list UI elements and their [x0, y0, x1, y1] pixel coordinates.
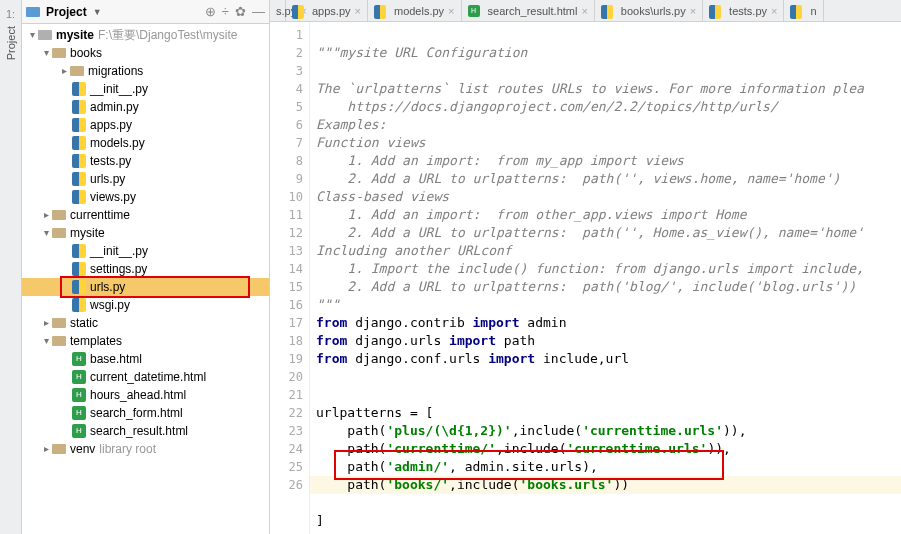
folder-icon [52, 318, 66, 328]
folder-icon [38, 30, 52, 40]
tree-file[interactable]: Hcurrent_datetime.html [22, 368, 269, 386]
python-file-icon [72, 262, 86, 276]
rail-number: 1: [6, 8, 15, 20]
html-file-icon: H [72, 424, 86, 438]
tree-file[interactable]: tests.py [22, 152, 269, 170]
html-file-icon: H [72, 352, 86, 366]
tree-file[interactable]: models.py [22, 134, 269, 152]
python-file-icon [72, 154, 86, 168]
tree-file[interactable]: settings.py [22, 260, 269, 278]
python-file-icon [72, 82, 86, 96]
tree-file-urls-selected[interactable]: urls.py [22, 278, 269, 296]
python-file-icon [790, 5, 802, 17]
html-file-icon: H [72, 370, 86, 384]
code-editor[interactable]: """mysite URL Configuration The `urlpatt… [310, 22, 901, 534]
folder-icon [52, 444, 66, 454]
close-icon[interactable]: × [690, 5, 696, 17]
project-panel: Project ▼ ⊕ ÷ ✿ — ▾mysiteF:\重要\DjangoTes… [22, 0, 270, 534]
project-panel-header: Project ▼ ⊕ ÷ ✿ — [22, 0, 269, 24]
tool-window-rail[interactable]: 1: Project [0, 0, 22, 534]
folder-icon [52, 210, 66, 220]
tree-file[interactable]: wsgi.py [22, 296, 269, 314]
python-file-icon [709, 5, 721, 17]
folder-icon [52, 336, 66, 346]
folder-icon [52, 228, 66, 238]
python-file-icon [72, 118, 86, 132]
tree-file[interactable]: Hsearch_form.html [22, 404, 269, 422]
python-file-icon [601, 5, 613, 17]
python-file-icon [72, 298, 86, 312]
annotation-highlight-box [334, 450, 724, 480]
tab-tests[interactable]: tests.py× [703, 0, 784, 21]
html-file-icon: H [72, 388, 86, 402]
tab-search-result[interactable]: Hsearch_result.html× [462, 0, 595, 21]
python-file-icon [72, 136, 86, 150]
tree-folder-currenttime[interactable]: ▸currenttime [22, 206, 269, 224]
project-icon [26, 7, 40, 17]
html-file-icon: H [468, 5, 480, 17]
folder-icon [70, 66, 84, 76]
tree-root[interactable]: ▾mysiteF:\重要\DjangoTest\mysite [22, 26, 269, 44]
project-panel-title[interactable]: Project [46, 5, 87, 19]
tab-models[interactable]: models.py× [368, 0, 462, 21]
tab-apps[interactable]: apps.py× [286, 0, 368, 21]
python-file-icon [72, 172, 86, 186]
tree-file[interactable]: __init__.py [22, 242, 269, 260]
tree-folder-migrations[interactable]: ▸migrations [22, 62, 269, 80]
tree-folder-mysite[interactable]: ▾mysite [22, 224, 269, 242]
tree-file[interactable]: apps.py [22, 116, 269, 134]
tree-file[interactable]: Hhours_ahead.html [22, 386, 269, 404]
editor-area: s.py× apps.py× models.py× Hsearch_result… [270, 0, 901, 534]
locate-icon[interactable]: ⊕ [205, 4, 216, 19]
tree-file[interactable]: Hsearch_result.html [22, 422, 269, 440]
close-icon[interactable]: × [581, 5, 587, 17]
tree-file[interactable]: __init__.py [22, 80, 269, 98]
folder-icon [52, 48, 66, 58]
chevron-down-icon[interactable]: ▼ [93, 7, 102, 17]
project-tree[interactable]: ▾mysiteF:\重要\DjangoTest\mysite ▾books ▸m… [22, 24, 269, 534]
tree-folder-venv[interactable]: ▸venvlibrary root [22, 440, 269, 458]
tree-file[interactable]: admin.py [22, 98, 269, 116]
tree-file[interactable]: Hbase.html [22, 350, 269, 368]
tree-folder-templates[interactable]: ▾templates [22, 332, 269, 350]
line-number-gutter: 1234567891011121314151617181920212223242… [270, 22, 310, 534]
python-file-icon [72, 280, 86, 294]
python-file-icon [292, 5, 304, 17]
collapse-icon[interactable]: — [252, 4, 265, 19]
python-file-icon [374, 5, 386, 17]
close-icon[interactable]: × [448, 5, 454, 17]
tree-file[interactable]: urls.py [22, 170, 269, 188]
tab-truncated[interactable]: s.py× [270, 0, 286, 21]
split-icon[interactable]: ÷ [222, 4, 229, 19]
tree-file[interactable]: views.py [22, 188, 269, 206]
close-icon[interactable]: × [771, 5, 777, 17]
rail-project-label[interactable]: Project [5, 26, 17, 60]
tab-truncated-right[interactable]: n [784, 0, 823, 21]
python-file-icon [72, 244, 86, 258]
editor-tabs: s.py× apps.py× models.py× Hsearch_result… [270, 0, 901, 22]
python-file-icon [72, 100, 86, 114]
python-file-icon [72, 190, 86, 204]
gear-icon[interactable]: ✿ [235, 4, 246, 19]
tree-folder-books[interactable]: ▾books [22, 44, 269, 62]
close-icon[interactable]: × [355, 5, 361, 17]
tree-folder-static[interactable]: ▸static [22, 314, 269, 332]
html-file-icon: H [72, 406, 86, 420]
tab-books-urls[interactable]: books\urls.py× [595, 0, 703, 21]
